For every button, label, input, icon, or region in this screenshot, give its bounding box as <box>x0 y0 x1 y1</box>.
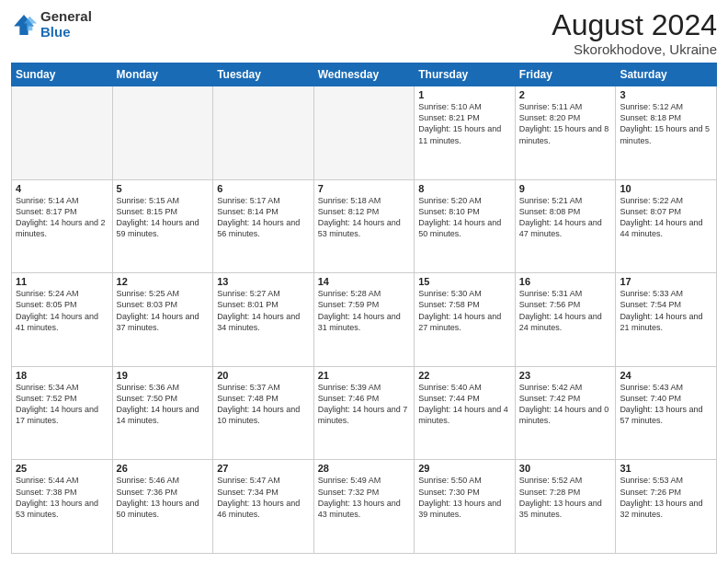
day-cell-24: 24Sunrise: 5:43 AMSunset: 7:40 PMDayligh… <box>616 366 717 460</box>
day-info: Sunrise: 5:40 AMSunset: 7:44 PMDaylight:… <box>418 382 511 427</box>
day-cell-7: 7Sunrise: 5:18 AMSunset: 8:12 PMDaylight… <box>313 179 415 273</box>
day-number: 22 <box>418 370 511 381</box>
day-cell-25: 25Sunrise: 5:44 AMSunset: 7:38 PMDayligh… <box>12 460 113 554</box>
day-cell-22: 22Sunrise: 5:40 AMSunset: 7:44 PMDayligh… <box>415 366 516 460</box>
day-number: 29 <box>418 463 511 474</box>
day-cell-27: 27Sunrise: 5:47 AMSunset: 7:34 PMDayligh… <box>213 460 314 554</box>
day-number: 13 <box>217 276 310 287</box>
day-info: Sunrise: 5:33 AMSunset: 7:54 PMDaylight:… <box>620 288 712 333</box>
day-info: Sunrise: 5:27 AMSunset: 8:01 PMDaylight:… <box>217 288 310 333</box>
day-info: Sunrise: 5:44 AMSunset: 7:38 PMDaylight:… <box>16 475 108 520</box>
day-number: 15 <box>418 276 511 287</box>
day-number: 23 <box>519 370 612 381</box>
day-cell-8: 8Sunrise: 5:20 AMSunset: 8:10 PMDaylight… <box>415 179 516 273</box>
day-cell-16: 16Sunrise: 5:31 AMSunset: 7:56 PMDayligh… <box>515 273 616 367</box>
day-number: 24 <box>620 370 712 381</box>
day-info: Sunrise: 5:22 AMSunset: 8:07 PMDaylight:… <box>620 195 712 240</box>
day-cell-6: 6Sunrise: 5:17 AMSunset: 8:14 PMDaylight… <box>213 179 314 273</box>
day-number: 25 <box>16 463 108 474</box>
logo: General Blue <box>11 9 92 40</box>
day-number: 18 <box>16 370 108 381</box>
day-cell-31: 31Sunrise: 5:53 AMSunset: 7:26 PMDayligh… <box>616 460 717 554</box>
day-info: Sunrise: 5:43 AMSunset: 7:40 PMDaylight:… <box>620 382 712 427</box>
day-cell-4: 4Sunrise: 5:14 AMSunset: 8:17 PMDaylight… <box>12 179 113 273</box>
day-cell-28: 28Sunrise: 5:49 AMSunset: 7:32 PMDayligh… <box>313 460 415 554</box>
day-info: Sunrise: 5:49 AMSunset: 7:32 PMDaylight:… <box>318 475 411 520</box>
day-cell-21: 21Sunrise: 5:39 AMSunset: 7:46 PMDayligh… <box>313 366 415 460</box>
day-number: 27 <box>217 463 310 474</box>
day-number: 12 <box>117 276 210 287</box>
day-number: 3 <box>620 89 712 100</box>
day-info: Sunrise: 5:11 AMSunset: 8:20 PMDaylight:… <box>519 101 612 146</box>
logo-text: General Blue <box>40 9 92 40</box>
day-info: Sunrise: 5:50 AMSunset: 7:30 PMDaylight:… <box>418 475 511 520</box>
logo-icon <box>11 12 37 38</box>
day-cell-18: 18Sunrise: 5:34 AMSunset: 7:52 PMDayligh… <box>12 366 113 460</box>
day-number: 11 <box>16 276 108 287</box>
day-cell-empty <box>12 86 113 180</box>
col-sunday: Sunday <box>12 63 113 86</box>
day-info: Sunrise: 5:18 AMSunset: 8:12 PMDaylight:… <box>318 195 411 240</box>
day-info: Sunrise: 5:28 AMSunset: 7:59 PMDaylight:… <box>318 288 411 333</box>
day-cell-3: 3Sunrise: 5:12 AMSunset: 8:18 PMDaylight… <box>616 86 717 180</box>
logo-general-text: General <box>40 9 92 25</box>
day-cell-20: 20Sunrise: 5:37 AMSunset: 7:48 PMDayligh… <box>213 366 314 460</box>
col-friday: Friday <box>515 63 616 86</box>
day-number: 1 <box>418 89 511 100</box>
day-info: Sunrise: 5:31 AMSunset: 7:56 PMDaylight:… <box>519 288 612 333</box>
week-row-2: 4Sunrise: 5:14 AMSunset: 8:17 PMDaylight… <box>12 179 717 273</box>
day-number: 7 <box>318 183 411 194</box>
calendar-table: Sunday Monday Tuesday Wednesday Thursday… <box>11 63 717 554</box>
day-number: 10 <box>620 183 712 194</box>
day-info: Sunrise: 5:46 AMSunset: 7:36 PMDaylight:… <box>117 475 210 520</box>
day-cell-5: 5Sunrise: 5:15 AMSunset: 8:15 PMDaylight… <box>112 179 213 273</box>
day-info: Sunrise: 5:53 AMSunset: 7:26 PMDaylight:… <box>620 475 712 520</box>
weekday-header-row: Sunday Monday Tuesday Wednesday Thursday… <box>12 63 717 86</box>
title-block: August 2024 Skorokhodove, Ukraine <box>552 9 717 57</box>
day-number: 4 <box>16 183 108 194</box>
day-cell-19: 19Sunrise: 5:36 AMSunset: 7:50 PMDayligh… <box>112 366 213 460</box>
day-info: Sunrise: 5:42 AMSunset: 7:42 PMDaylight:… <box>519 382 612 427</box>
day-number: 14 <box>318 276 411 287</box>
day-cell-10: 10Sunrise: 5:22 AMSunset: 8:07 PMDayligh… <box>616 179 717 273</box>
day-cell-11: 11Sunrise: 5:24 AMSunset: 8:05 PMDayligh… <box>12 273 113 367</box>
day-info: Sunrise: 5:21 AMSunset: 8:08 PMDaylight:… <box>519 195 612 240</box>
day-number: 19 <box>117 370 210 381</box>
day-info: Sunrise: 5:39 AMSunset: 7:46 PMDaylight:… <box>318 382 411 427</box>
week-row-4: 18Sunrise: 5:34 AMSunset: 7:52 PMDayligh… <box>12 366 717 460</box>
week-row-1: 1Sunrise: 5:10 AMSunset: 8:21 PMDaylight… <box>12 86 717 180</box>
page: General Blue August 2024 Skorokhodove, U… <box>0 0 728 563</box>
day-cell-2: 2Sunrise: 5:11 AMSunset: 8:20 PMDaylight… <box>515 86 616 180</box>
col-thursday: Thursday <box>415 63 516 86</box>
day-number: 5 <box>117 183 210 194</box>
day-info: Sunrise: 5:47 AMSunset: 7:34 PMDaylight:… <box>217 475 310 520</box>
day-info: Sunrise: 5:20 AMSunset: 8:10 PMDaylight:… <box>418 195 511 240</box>
day-cell-empty <box>213 86 314 180</box>
day-number: 21 <box>318 370 411 381</box>
day-cell-15: 15Sunrise: 5:30 AMSunset: 7:58 PMDayligh… <box>415 273 516 367</box>
day-number: 17 <box>620 276 712 287</box>
day-cell-14: 14Sunrise: 5:28 AMSunset: 7:59 PMDayligh… <box>313 273 415 367</box>
day-info: Sunrise: 5:34 AMSunset: 7:52 PMDaylight:… <box>16 382 108 427</box>
day-info: Sunrise: 5:25 AMSunset: 8:03 PMDaylight:… <box>117 288 210 333</box>
day-number: 28 <box>318 463 411 474</box>
day-cell-1: 1Sunrise: 5:10 AMSunset: 8:21 PMDaylight… <box>415 86 516 180</box>
day-cell-30: 30Sunrise: 5:52 AMSunset: 7:28 PMDayligh… <box>515 460 616 554</box>
day-cell-12: 12Sunrise: 5:25 AMSunset: 8:03 PMDayligh… <box>112 273 213 367</box>
calendar-subtitle: Skorokhodove, Ukraine <box>552 41 717 57</box>
day-info: Sunrise: 5:12 AMSunset: 8:18 PMDaylight:… <box>620 101 712 146</box>
day-info: Sunrise: 5:52 AMSunset: 7:28 PMDaylight:… <box>519 475 612 520</box>
day-info: Sunrise: 5:24 AMSunset: 8:05 PMDaylight:… <box>16 288 108 333</box>
day-info: Sunrise: 5:37 AMSunset: 7:48 PMDaylight:… <box>217 382 310 427</box>
day-info: Sunrise: 5:10 AMSunset: 8:21 PMDaylight:… <box>418 101 511 146</box>
calendar-title: August 2024 <box>552 9 717 41</box>
col-wednesday: Wednesday <box>313 63 415 86</box>
day-number: 30 <box>519 463 612 474</box>
day-number: 9 <box>519 183 612 194</box>
day-cell-23: 23Sunrise: 5:42 AMSunset: 7:42 PMDayligh… <box>515 366 616 460</box>
week-row-5: 25Sunrise: 5:44 AMSunset: 7:38 PMDayligh… <box>12 460 717 554</box>
day-cell-29: 29Sunrise: 5:50 AMSunset: 7:30 PMDayligh… <box>415 460 516 554</box>
week-row-3: 11Sunrise: 5:24 AMSunset: 8:05 PMDayligh… <box>12 273 717 367</box>
day-info: Sunrise: 5:14 AMSunset: 8:17 PMDaylight:… <box>16 195 108 240</box>
day-info: Sunrise: 5:36 AMSunset: 7:50 PMDaylight:… <box>117 382 210 427</box>
